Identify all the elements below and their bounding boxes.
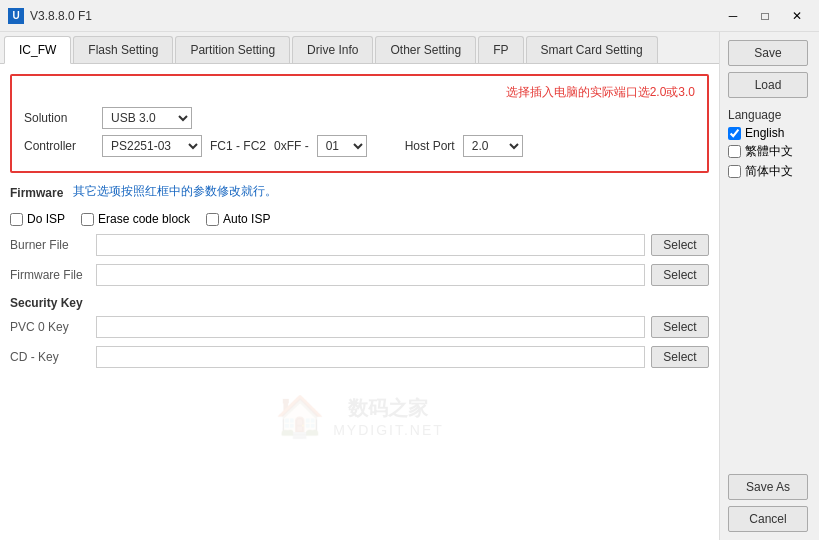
auto-isp-label: Auto ISP [223, 212, 270, 226]
solution-select[interactable]: USB 3.0 USB 2.0 [102, 107, 192, 129]
tab-smart-card-setting[interactable]: Smart Card Setting [526, 36, 658, 63]
tab-ic-fw[interactable]: IC_FW [4, 36, 71, 64]
lang-english-label: English [745, 126, 784, 140]
do-isp-label: Do ISP [27, 212, 65, 226]
fc-select[interactable]: 01 02 03 [317, 135, 367, 157]
firmware-file-row: Firmware File Select [10, 264, 709, 286]
firmware-section: Firmware 其它选项按照红框中的参数修改就行。 Do ISP Erase … [10, 183, 709, 286]
tab-drive-info[interactable]: Drive Info [292, 36, 373, 63]
language-title: Language [728, 108, 811, 122]
app-icon: U [8, 8, 24, 24]
close-button[interactable]: ✕ [783, 5, 811, 27]
pvc0-select-button[interactable]: Select [651, 316, 709, 338]
title-bar-text: V3.8.8.0 F1 [30, 9, 719, 23]
hostport-select[interactable]: 2.0 3.0 [463, 135, 523, 157]
do-isp-checkbox[interactable] [10, 213, 23, 226]
solution-row: Solution USB 3.0 USB 2.0 [24, 107, 695, 129]
lang-english-item[interactable]: English [728, 126, 811, 140]
maximize-button[interactable]: □ [751, 5, 779, 27]
firmware-file-label: Firmware File [10, 268, 90, 282]
load-button[interactable]: Load [728, 72, 808, 98]
fc-label2: 0xFF - [274, 139, 309, 153]
tab-fp[interactable]: FP [478, 36, 523, 63]
controller-row: Controller PS2251-03 PS2251-07 PS2251-68… [24, 135, 695, 157]
erase-code-label: Erase code block [98, 212, 190, 226]
solution-label: Solution [24, 111, 94, 125]
save-as-button[interactable]: Save As [728, 474, 808, 500]
lang-simp-chinese-item[interactable]: 简体中文 [728, 163, 811, 180]
tab-other-setting[interactable]: Other Setting [375, 36, 476, 63]
pvc0-label: PVC 0 Key [10, 320, 90, 334]
controller-select[interactable]: PS2251-03 PS2251-07 PS2251-68 PS2251-70 [102, 135, 202, 157]
watermark: 🏠 数码之家 MYDIGIT.NET [275, 393, 444, 440]
title-bar: U V3.8.8.0 F1 ─ □ ✕ [0, 0, 819, 32]
burner-file-input[interactable] [96, 234, 645, 256]
lang-simp-chinese-label: 简体中文 [745, 163, 793, 180]
cd-key-row: CD - Key Select [10, 346, 709, 368]
firmware-checkbox-row: Do ISP Erase code block Auto ISP [10, 212, 709, 226]
burner-file-select-button[interactable]: Select [651, 234, 709, 256]
lang-trad-chinese-checkbox[interactable] [728, 145, 741, 158]
watermark-area: 🏠 数码之家 MYDIGIT.NET [10, 376, 709, 456]
tab-bar: IC_FW Flash Setting Partition Setting Dr… [0, 32, 719, 64]
minimize-button[interactable]: ─ [719, 5, 747, 27]
left-content: IC_FW Flash Setting Partition Setting Dr… [0, 32, 719, 540]
do-isp-checkbox-item[interactable]: Do ISP [10, 212, 65, 226]
content-area: 选择插入电脑的实际端口选2.0或3.0 Solution USB 3.0 USB… [0, 64, 719, 540]
erase-code-checkbox-item[interactable]: Erase code block [81, 212, 190, 226]
main-container: IC_FW Flash Setting Partition Setting Dr… [0, 32, 819, 540]
tab-partition-setting[interactable]: Partition Setting [175, 36, 290, 63]
watermark-line1: 数码之家 [333, 395, 444, 422]
lang-english-checkbox[interactable] [728, 127, 741, 140]
burner-file-label: Burner File [10, 238, 90, 252]
firmware-file-input[interactable] [96, 264, 645, 286]
hostport-label: Host Port [405, 139, 455, 153]
controller-label: Controller [24, 139, 94, 153]
firmware-hint: 其它选项按照红框中的参数修改就行。 [73, 183, 277, 200]
tab-flash-setting[interactable]: Flash Setting [73, 36, 173, 63]
red-box-section: 选择插入电脑的实际端口选2.0或3.0 Solution USB 3.0 USB… [10, 74, 709, 173]
lang-trad-chinese-item[interactable]: 繁體中文 [728, 143, 811, 160]
security-title: Security Key [10, 296, 709, 310]
auto-isp-checkbox[interactable] [206, 213, 219, 226]
watermark-line2: MYDIGIT.NET [333, 422, 444, 438]
lang-trad-chinese-label: 繁體中文 [745, 143, 793, 160]
erase-code-checkbox[interactable] [81, 213, 94, 226]
red-box-hint: 选择插入电脑的实际端口选2.0或3.0 [24, 84, 695, 101]
security-section: Security Key PVC 0 Key Select CD - Key S… [10, 296, 709, 368]
right-sidebar: Save Load Language English 繁體中文 简体中文 Sav… [719, 32, 819, 540]
lang-simp-chinese-checkbox[interactable] [728, 165, 741, 178]
cancel-button[interactable]: Cancel [728, 506, 808, 532]
window-controls: ─ □ ✕ [719, 5, 811, 27]
firmware-file-select-button[interactable]: Select [651, 264, 709, 286]
cd-key-input[interactable] [96, 346, 645, 368]
cd-key-select-button[interactable]: Select [651, 346, 709, 368]
auto-isp-checkbox-item[interactable]: Auto ISP [206, 212, 270, 226]
pvc0-row: PVC 0 Key Select [10, 316, 709, 338]
language-section: Language English 繁體中文 简体中文 [728, 108, 811, 183]
fc-label1: FC1 - FC2 [210, 139, 266, 153]
save-button[interactable]: Save [728, 40, 808, 66]
firmware-title: Firmware [10, 186, 63, 200]
pvc0-input[interactable] [96, 316, 645, 338]
burner-file-row: Burner File Select [10, 234, 709, 256]
cd-key-label: CD - Key [10, 350, 90, 364]
